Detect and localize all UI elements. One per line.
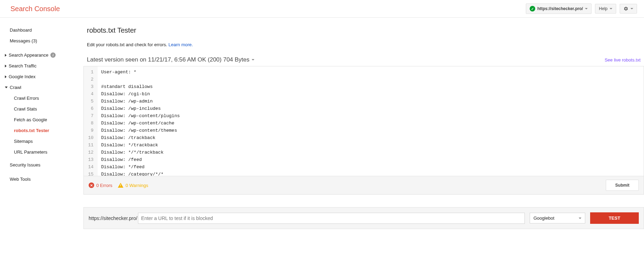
sidebar-item-crawl-stats[interactable]: Crawl Stats [0, 104, 83, 114]
submit-button[interactable]: Submit [606, 180, 639, 191]
code-editor[interactable]: 123456789101112131415 User-agent: * #sta… [84, 66, 644, 176]
warning-icon [118, 183, 123, 188]
chevron-down-icon [630, 8, 633, 9]
test-button[interactable]: TEST [590, 212, 639, 224]
property-selector[interactable]: ✓ https://sitechecker.pro/ [526, 3, 592, 14]
chevron-down-icon [610, 8, 612, 9]
page-title: robots.txt Tester [83, 26, 644, 34]
sidebar-item-web-tools[interactable]: Web Tools [0, 174, 83, 185]
sidebar-item-robots-tester[interactable]: robots.txt Tester [0, 125, 83, 136]
line-numbers: 123456789101112131415 [84, 66, 98, 176]
gear-icon [623, 6, 628, 11]
sidebar-item-security[interactable]: Security Issues [0, 160, 83, 170]
check-icon: ✓ [530, 6, 535, 11]
sidebar-label: Google Index [9, 74, 35, 79]
chevron-down-icon [252, 59, 254, 60]
code-content[interactable]: User-agent: * #standart disallowsDisallo… [98, 66, 644, 176]
sidebar-item-fetch-as-google[interactable]: Fetch as Google [0, 114, 83, 125]
learn-more-link[interactable]: Learn more. [169, 42, 193, 47]
version-label: Latest version seen on 11/21/17, 6:56 AM… [87, 56, 250, 63]
see-live-link[interactable]: See live robots.txt [605, 57, 641, 63]
sidebar-item-messages[interactable]: Messages (3) [0, 35, 83, 46]
sidebar: Dashboard Messages (3) Search Appearance… [0, 18, 83, 239]
sidebar-item-crawl-errors[interactable]: Crawl Errors [0, 93, 83, 104]
sidebar-label: Search Traffic [9, 63, 36, 68]
sidebar-item-google-index[interactable]: Google Index [0, 71, 83, 82]
triangle-right-icon [5, 65, 7, 67]
sidebar-item-crawl[interactable]: Crawl [0, 82, 83, 93]
help-button[interactable]: Help [595, 4, 616, 14]
errors-count: 0 Errors [96, 183, 112, 188]
chevron-down-icon [585, 8, 588, 9]
sidebar-label: Search Appearance [9, 52, 48, 58]
bot-label: Googlebot [533, 215, 554, 221]
triangle-right-icon [5, 54, 7, 57]
property-label: https://sitechecker.pro/ [537, 6, 583, 11]
settings-button[interactable] [620, 4, 637, 14]
sidebar-item-url-parameters[interactable]: URL Parameters [0, 147, 83, 157]
subtitle-text: Edit your robots.txt and check for error… [87, 42, 169, 47]
sidebar-item-sitemaps[interactable]: Sitemaps [0, 136, 83, 147]
sidebar-item-search-traffic[interactable]: Search Traffic [0, 60, 83, 71]
error-icon: ✕ [89, 182, 94, 188]
info-icon: i [50, 52, 56, 58]
warnings-count: 0 Warnings [125, 183, 148, 188]
sidebar-item-search-appearance[interactable]: Search Appearance i [0, 50, 83, 60]
chevron-down-icon [579, 218, 581, 219]
brand-title: Search Console [10, 5, 60, 13]
sidebar-label: Crawl [10, 85, 21, 90]
triangle-down-icon [5, 87, 8, 88]
url-prefix-label: https://sitechecker.pro/ [89, 215, 138, 221]
sidebar-item-dashboard[interactable]: Dashboard [0, 25, 83, 35]
url-test-input[interactable] [138, 213, 525, 224]
version-dropdown[interactable]: Latest version seen on 11/21/17, 6:56 AM… [87, 56, 254, 63]
user-agent-select[interactable]: Googlebot [530, 213, 585, 223]
triangle-right-icon [5, 75, 7, 78]
help-label: Help [599, 6, 608, 11]
